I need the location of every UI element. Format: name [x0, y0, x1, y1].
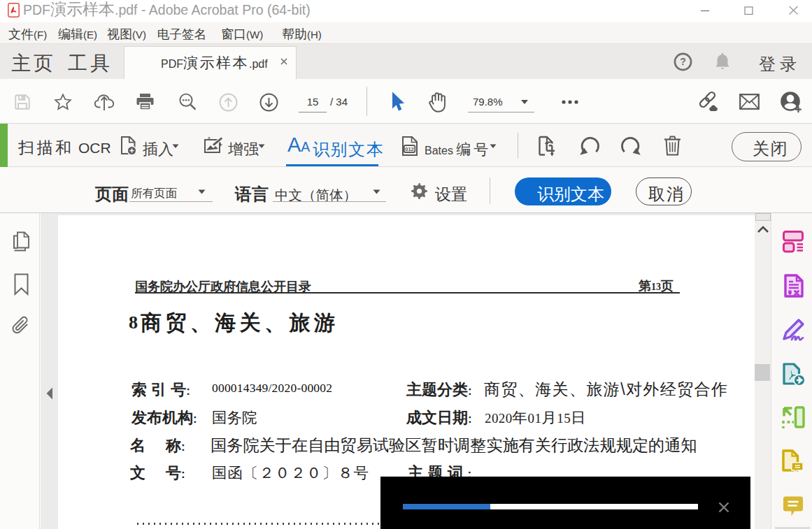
- svg-text:012: 012: [405, 146, 414, 152]
- svg-text:?: ?: [680, 56, 686, 67]
